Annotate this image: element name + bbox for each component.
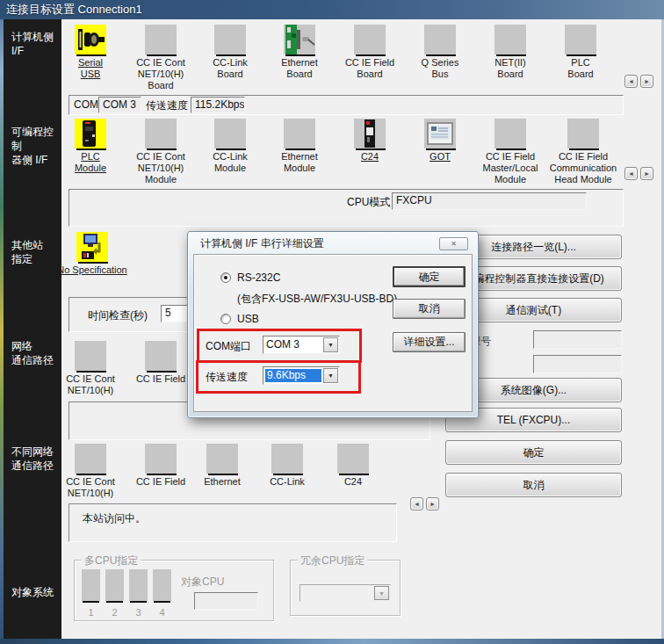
device-label: Ethernet Board	[264, 57, 335, 80]
serial-usb-icon	[75, 25, 106, 54]
modal-speed-label: 传送速度	[206, 370, 248, 385]
device-ccie-field-board[interactable]: CC IE Field Board	[335, 25, 405, 80]
device-conet-ethernet: Ethernet	[187, 444, 257, 488]
device-cclink-board[interactable]: CC-Link Board	[195, 25, 265, 80]
device-label: GOT	[405, 151, 475, 163]
speed-value: 9.6Kbps	[265, 369, 321, 382]
detail-field	[533, 355, 622, 373]
device-conet-ccie-cont: CC IE Cont NET/10(H)	[55, 444, 126, 499]
row2-scroll-left-button[interactable]: ◂	[624, 167, 638, 180]
sidebar-label-co-network-route: 不同网络 通信路径	[11, 445, 54, 473]
got-icon	[424, 119, 456, 148]
device-label: CC IE Field	[126, 373, 196, 385]
device-label: CC-Link Board	[195, 57, 265, 80]
cpu2-chip	[105, 569, 124, 601]
device-qseries-bus[interactable]: Q Series Bus	[405, 25, 475, 80]
row5-scroll-right-button[interactable]: ▸	[426, 497, 439, 510]
redundant-cpu-combobox: ▼	[300, 584, 391, 602]
row1-scroll-left-button[interactable]: ◂	[624, 75, 638, 88]
button-label: 系统图像(G)...	[501, 383, 567, 398]
cpu1-chip	[82, 569, 100, 601]
device-serial-usb[interactable]: Serial USB	[55, 25, 126, 80]
device-label: CC-Link Module	[195, 151, 265, 174]
device-ccie-cont-board[interactable]: CC IE Cont NET/10(H) Board	[126, 25, 196, 91]
target-cpu-field	[194, 592, 258, 610]
dialog-close-button[interactable]: ✕	[439, 237, 468, 250]
c24-icon	[354, 119, 386, 148]
row1-scroll-right-button[interactable]: ▸	[640, 75, 653, 88]
speed-combobox[interactable]: 9.6Kbps ▼	[263, 366, 340, 385]
device-plc-board[interactable]: PLC Board	[545, 25, 616, 80]
device-cclink-module[interactable]: CC-Link Module	[195, 119, 265, 174]
cclink-board-icon	[214, 25, 246, 54]
target-cpu-label: 对象CPU	[181, 575, 224, 590]
device-label: C24	[318, 476, 388, 488]
arrow-right-icon: ▸	[645, 76, 648, 87]
row2-scroll-right-button[interactable]: ▸	[640, 167, 653, 180]
window-titlebar[interactable]: 连接目标设置 Connection1	[0, 0, 664, 19]
device-ccie-field-master[interactable]: CC IE Field Master/Local Module	[471, 119, 550, 185]
device-label: CC IE Field	[126, 476, 196, 488]
conet-ccie-cont-icon	[75, 444, 106, 474]
serial-detail-dialog: 计算机侧 I/F 串行详细设置 ✕ RS-232C (包含FX-USB-AW/F…	[187, 231, 479, 418]
sidebar-label-other-station: 其他站 指定	[11, 238, 43, 266]
device-label: CC IE Cont NET/10(H)	[55, 476, 126, 499]
cpu2-number: 2	[105, 607, 124, 618]
arrow-right-icon: ▸	[645, 168, 648, 179]
rs232c-radio-label: RS-232C	[237, 271, 280, 284]
dialog-ok-button[interactable]: 确定	[393, 266, 466, 287]
conet-c24-icon	[337, 444, 369, 474]
window-title: 连接目标设置 Connection1	[6, 3, 142, 16]
cpu-model-field	[533, 330, 622, 349]
cancel-button[interactable]: 取消	[445, 473, 622, 497]
sidebar-label-plc-if: 可编程控制 器侧 I/F	[11, 125, 61, 167]
device-ethernet-module[interactable]: Ethernet Module	[264, 119, 335, 174]
device-got[interactable]: GOT	[405, 119, 475, 163]
speed-value-field: 115.2Kbps	[191, 97, 245, 113]
dropdown-arrow-icon[interactable]: ▼	[323, 368, 338, 383]
button-label: TEL (FXCPU)...	[497, 414, 571, 426]
usb-radio-label: USB	[237, 313, 259, 325]
conet-ethernet-icon	[206, 444, 238, 474]
ok-button[interactable]: 确定	[445, 440, 622, 465]
device-label: CC-Link	[252, 476, 322, 488]
device-label: CC IE Cont NET/10(H) Module	[126, 151, 196, 185]
button-label: 取消	[523, 478, 545, 493]
device-ethernet-board[interactable]: Ethernet Board	[264, 25, 335, 80]
device-net-ccie-field: CC IE Field	[126, 341, 196, 385]
com-port-combobox[interactable]: COM 3 ▼	[263, 336, 340, 354]
arrow-left-icon: ◂	[629, 168, 632, 179]
net-ccie-field-icon	[145, 341, 177, 371]
ccie-cont-board-icon	[145, 25, 177, 54]
button-label: 通信测试(T)	[506, 303, 561, 318]
ccie-cont-module-icon	[145, 119, 177, 148]
rs232c-radio[interactable]	[220, 272, 231, 283]
usb-radio[interactable]	[220, 314, 231, 324]
device-net-ccie-cont: CC IE Cont NET/10(H)	[55, 341, 126, 396]
dialog-detail-button[interactable]: 详细设置...	[393, 332, 466, 352]
device-label: CC IE Field Board	[335, 57, 405, 80]
device-netii-board[interactable]: NET(II) Board	[475, 25, 545, 80]
device-ccie-cont-module[interactable]: CC IE Cont NET/10(H) Module	[126, 119, 196, 185]
cpu-mode-field: FXCPU	[392, 192, 587, 210]
cpu4-number: 4	[153, 607, 171, 618]
speed-label: 传送速度	[146, 98, 188, 113]
qseries-bus-icon	[424, 25, 456, 54]
time-check-label: 时间检查(秒)	[88, 308, 148, 323]
dialog-cancel-button[interactable]: 取消	[393, 299, 466, 319]
button-label: 详细设置...	[403, 335, 454, 350]
netii-board-icon	[494, 25, 526, 54]
sidebar-label-pc-if: 计算机侧 I/F	[11, 30, 54, 58]
cpu1-number: 1	[82, 607, 100, 618]
com-port-value: COM 3	[266, 338, 321, 351]
device-plc-module[interactable]: PLC Module	[55, 119, 126, 174]
sidebar-label-network-route: 网络 通信路径	[11, 339, 54, 367]
dropdown-arrow-icon[interactable]: ▼	[323, 337, 338, 352]
ccie-field-board-icon	[354, 25, 386, 54]
com-label: COM	[74, 98, 98, 111]
device-label: C24	[335, 151, 405, 163]
row5-scroll-left-button[interactable]: ◂	[410, 497, 423, 510]
device-c24[interactable]: C24	[335, 119, 405, 163]
device-ccie-field-head[interactable]: CC IE Field Communication Head Module	[539, 119, 627, 185]
device-no-specification[interactable]: No Specification	[53, 232, 132, 276]
